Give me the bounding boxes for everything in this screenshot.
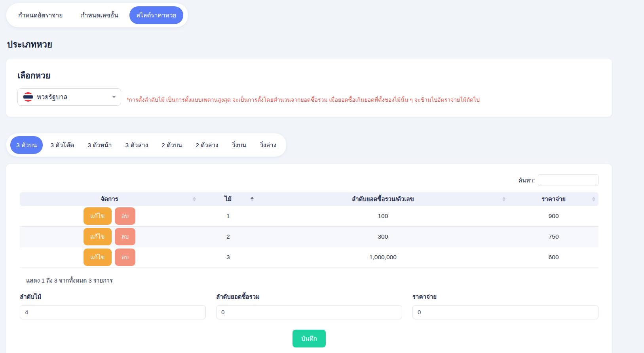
cell-amount: 1,000,000 [257,247,509,268]
top-tab-bar: กำหนดอัตราจ่าย กำหนดเลขอั้น สไลด์ราคาหวย [6,3,188,27]
table-row: แก้ไข ลบ 2 300 750 [20,226,598,247]
level-field[interactable] [20,305,206,319]
delete-button[interactable]: ลบ [115,249,136,266]
price-slide-card: ค้นหา: จัดการ ไม้ ลำดับยอดซื้อรวม/ตัวเลข [6,164,612,353]
amount-field[interactable] [216,305,402,319]
lottery-select-value: หวยรัฐบาล [37,92,112,102]
chevron-down-icon [112,96,116,98]
form-field-payout: ราคาจ่าย [412,292,598,319]
amount-field-label: ลำดับยอดซื้อรวม [216,292,402,302]
column-header-payout[interactable]: ราคาจ่าย [509,192,598,206]
cell-amount: 100 [257,206,509,226]
edit-button[interactable]: แก้ไข [84,228,112,245]
tab-run-top[interactable]: วิ่งบน [226,136,253,154]
column-header-payout-label: ราคาจ่าย [541,195,566,202]
tab-2-top[interactable]: 2 ตัวบน [156,136,188,154]
payout-field[interactable] [412,305,598,319]
tab-2-bottom[interactable]: 2 ตัวล่าง [190,136,224,154]
cell-level: 1 [199,206,257,226]
table-header-row: จัดการ ไม้ ลำดับยอดซื้อรวม/ตัวเลข ราคาจ่… [20,192,598,206]
search-input[interactable] [538,174,598,186]
edit-button[interactable]: แก้ไข [84,207,112,225]
cell-payout: 600 [509,247,598,268]
column-header-amount[interactable]: ลำดับยอดซื้อรวม/ตัวเลข [257,192,509,206]
sort-icon [502,197,505,201]
lottery-select[interactable]: หวยรัฐบาล [17,88,121,106]
lottery-select-card: เลือกหวย หวยรัฐบาล *การตั้งลำดับไม้ เป็น… [6,59,612,117]
form-field-amount: ลำดับยอดซื้อรวม [216,292,402,319]
level-field-label: ลำดับไม้ [20,292,206,302]
price-slide-table: จัดการ ไม้ ลำดับยอดซื้อรวม/ตัวเลข ราคาจ่… [20,192,598,268]
column-header-manage-label: จัดการ [101,195,118,202]
table-row: แก้ไข ลบ 3 1,000,000 600 [20,247,598,268]
payout-field-label: ราคาจ่าย [412,292,598,302]
cell-level: 2 [199,226,257,247]
tab-run-bottom[interactable]: วิ่งล่าง [254,136,282,154]
tab-3-tod[interactable]: 3 ตัวโต๊ด [44,136,80,154]
page-container: กำหนดอัตราจ่าย กำหนดเลขอั้น สไลด์ราคาหวย… [6,0,612,353]
form-field-level: ลำดับไม้ [20,292,206,319]
bet-type-tab-bar: 3 ตัวบน 3 ตัวโต๊ด 3 ตัวหน้า 3 ตัวล่าง 2 … [6,133,286,157]
tab-3-top[interactable]: 3 ตัวบน [10,136,43,154]
table-row: แก้ไข ลบ 1 100 900 [20,206,598,226]
cell-amount: 300 [257,226,509,247]
sort-icon [592,197,595,201]
add-level-form: ลำดับไม้ ลำดับยอดซื้อรวม ราคาจ่าย [20,292,598,319]
save-row: บันทึก [20,330,598,347]
thai-flag-icon [23,92,33,102]
cell-level: 3 [199,247,257,268]
cell-payout: 750 [509,226,598,247]
lottery-select-title: เลือกหวย [17,69,601,82]
search-row: ค้นหา: [20,174,598,186]
sort-asc-icon [251,197,254,201]
ceiling-warning-text: *การตั้งลำดับไม้ เป็นการตั้งแบบเพดานสูงส… [127,95,480,106]
delete-button[interactable]: ลบ [115,228,136,245]
page-title: ประเภทหวย [7,38,612,51]
cell-payout: 900 [509,206,598,226]
column-header-manage[interactable]: จัดการ [20,192,199,206]
table-summary: แสดง 1 ถึง 3 จากทั้งหมด 3 รายการ [26,276,598,285]
tab-3-bottom[interactable]: 3 ตัวล่าง [120,136,154,154]
column-header-amount-label: ลำดับยอดซื้อรวม/ตัวเลข [352,195,414,202]
edit-button[interactable]: แก้ไข [84,249,112,266]
lottery-select-row: หวยรัฐบาล *การตั้งลำดับไม้ เป็นการตั้งแบ… [17,88,601,106]
tab-price-slide[interactable]: สไลด์ราคาหวย [129,6,184,24]
save-button[interactable]: บันทึก [293,330,326,347]
tab-3-front[interactable]: 3 ตัวหน้า [82,136,118,154]
column-header-level[interactable]: ไม้ [199,192,257,206]
column-header-level-label: ไม้ [225,195,232,202]
delete-button[interactable]: ลบ [115,207,136,225]
tab-restricted-numbers[interactable]: กำหนดเลขอั้น [74,6,125,24]
sort-icon [193,197,196,201]
search-label: ค้นหา: [519,176,535,185]
tab-payout-rate[interactable]: กำหนดอัตราจ่าย [11,6,70,24]
